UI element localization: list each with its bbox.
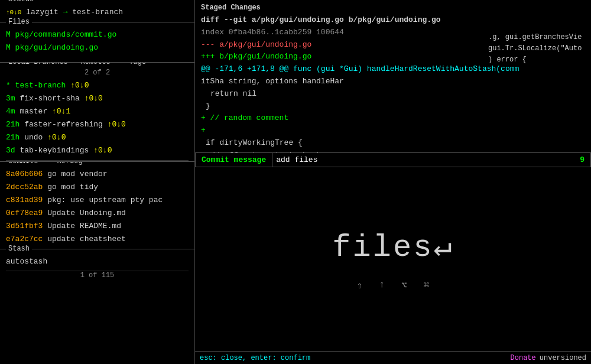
icon-shift: ⇧	[357, 280, 363, 291]
branch-age-6: 3d	[6, 146, 20, 155]
file-item-1[interactable]: M pkg/commands/commit.go	[6, 28, 189, 41]
commit-msg-5: Update README.md	[47, 222, 121, 230]
tags-label[interactable]: - Tags	[118, 63, 148, 66]
stash-title: Stash	[6, 245, 32, 253]
branch-item-3[interactable]: 4m master ↑0↓1	[6, 105, 189, 118]
status-line: ↑0↓0 lazygit → test-branch	[6, 6, 189, 19]
bottom-hint: esc: close, enter: confirm	[200, 354, 310, 362]
right-panel: Staged Changes diff --git a/pkg/gui/undo…	[195, 0, 591, 364]
commit-msg-6: update cheatsheet	[47, 235, 126, 243]
status-title: Status	[6, 0, 36, 4]
file-path-1: pkg/commands/commit.go	[15, 30, 117, 39]
icon-option: ⌥	[401, 280, 407, 291]
version-label: unversioned	[540, 354, 586, 362]
diff-line-9: + // random comment	[201, 112, 585, 125]
diff-line-6: itSha string, options handleHar	[201, 76, 585, 88]
file-path-2: pkg/gui/undoing.go	[15, 43, 98, 52]
main-layout: Status ↑0↓0 lazygit → test-branch Files …	[0, 0, 591, 364]
commit-hash-4: 0cf78ea9	[6, 209, 47, 217]
branch-item-6[interactable]: 3d tab-keybindings ↑0↓0	[6, 144, 189, 157]
status-repo: lazygit	[26, 8, 59, 17]
commit-item-4[interactable]: 0cf78ea9 Update Undoing.md	[6, 207, 189, 220]
donate-label[interactable]: Donate	[511, 354, 536, 362]
status-updown: ↑0↓0	[6, 9, 21, 16]
commit-hash-5: 3d51fbf3	[6, 222, 47, 230]
branch-age-4: 21h	[6, 120, 24, 129]
commit-item-1[interactable]: 8a06b606 go mod vendor	[6, 168, 189, 181]
commit-hash-6: e7a2c7cc	[6, 235, 47, 243]
commit-counter: 9	[574, 153, 590, 167]
branch-item-4[interactable]: 21h faster-refreshing ↑0↓0	[6, 118, 189, 131]
diff-line-10: +	[201, 125, 585, 137]
bottom-bar: esc: close, enter: confirm Donate unvers…	[195, 351, 591, 364]
commit-hash-3: c831ad39	[6, 196, 47, 204]
stash-section: Stash autostash 1 of 115	[0, 249, 194, 364]
branch-name-2: fix-short-sha	[20, 94, 84, 103]
branch-name-5: undo	[24, 133, 47, 142]
remotes-label[interactable]: - Remotes	[70, 63, 113, 66]
branches-section: Local Branches - Remotes - Tags 2 of 2 *…	[0, 63, 194, 162]
branch-name-6: tab-keybindings	[20, 146, 93, 155]
files-section: Files M pkg/commands/commit.go M pkg/gui…	[0, 22, 194, 63]
commit-msg-4: Update Undoing.md	[47, 209, 126, 217]
commit-msg-2: go mod tidy	[47, 183, 98, 191]
diff-line-1: diff --git a/pkg/gui/undoing.go b/pkg/gu…	[201, 14, 585, 27]
commit-hash-2: 2dcc52ab	[6, 183, 47, 191]
right-code-2: gui.Tr.SLocalize("Auto	[488, 43, 587, 54]
commit-item-3[interactable]: c831ad39 pkg: use upstream pty pac	[6, 194, 189, 207]
files-title: Files	[6, 18, 32, 26]
stash-pagination: 1 of 115	[6, 271, 189, 280]
commit-item-6[interactable]: e7a2c7cc update cheatsheet	[6, 233, 189, 246]
status-branch: test-branch	[72, 8, 123, 17]
diff-line-7: return nil	[201, 88, 585, 100]
branch-age-5: 21h	[6, 133, 24, 142]
branch-updown-5: ↑0↓0	[47, 133, 66, 142]
commit-label: Commit message	[196, 153, 272, 167]
branch-updown-active: ↑0↓0	[70, 81, 89, 90]
diff-line-8: }	[201, 100, 585, 113]
commit-msg-1: go mod vendor	[47, 170, 107, 178]
right-code-1: .g, gui.getBranchesVie	[488, 32, 587, 43]
commit-hash-1: 8a06b606	[6, 170, 47, 178]
branch-updown-4: ↑0↓0	[108, 120, 126, 129]
status-arrow: →	[63, 8, 68, 17]
bottom-right: Donate unversioned	[511, 354, 586, 362]
commit-large-text: files↵	[332, 228, 453, 265]
reflog-label[interactable]: - Reflog	[46, 162, 85, 165]
left-panel: Status ↑0↓0 lazygit → test-branch Files …	[0, 0, 195, 364]
branch-updown-2: ↑0↓0	[85, 94, 103, 103]
commits-section: Commits - Reflog 8a06b606 go mod vendor …	[0, 162, 194, 249]
commit-item-2[interactable]: 2dcc52ab go mod tidy	[6, 181, 189, 194]
commits-title: Commits	[6, 162, 40, 165]
commit-large-area: files↵ ⇧ ↑ ⌥ ⌘	[195, 167, 591, 351]
branch-star: *	[6, 81, 15, 90]
icon-cmd: ⌘	[424, 280, 430, 291]
commit-message-bar: Commit message 9	[195, 152, 591, 167]
branch-name-active: test-branch	[15, 81, 71, 90]
file-item-2[interactable]: M pkg/gui/undoing.go	[6, 41, 189, 54]
right-code-3: ) error {	[488, 54, 587, 66]
branch-updown-6: ↑0↓0	[93, 146, 112, 155]
commit-item-5[interactable]: 3d51fbf3 Update README.md	[6, 220, 189, 233]
branches-title: Local Branches	[6, 63, 70, 66]
branch-name-3: master	[20, 107, 52, 116]
branch-updown-3: ↑0↓1	[52, 107, 70, 116]
branch-age-2: 3m	[6, 94, 20, 103]
right-code-panel: .g, gui.getBranchesVie gui.Tr.SLocalize(…	[485, 30, 591, 69]
stash-item-1[interactable]: autostash	[6, 255, 189, 268]
branch-item-5[interactable]: 21h undo ↑0↓0	[6, 131, 189, 144]
branch-age-3: 4m	[6, 107, 20, 116]
file-status-1: M	[6, 30, 15, 39]
staged-title: Staged Changes	[201, 4, 585, 12]
file-status-2: M	[6, 43, 15, 52]
branch-item-2[interactable]: 3m fix-short-sha ↑0↓0	[6, 92, 189, 105]
diff-line-11: if dirtyWorkingTree {	[201, 137, 585, 150]
commit-message-input[interactable]	[272, 153, 574, 167]
branches-pagination: 2 of 2	[6, 69, 189, 77]
icon-up: ↑	[379, 280, 385, 291]
commit-icons-row: ⇧ ↑ ⌥ ⌘	[357, 280, 430, 291]
branch-name-4: faster-refreshing	[24, 120, 107, 129]
branch-item-active[interactable]: * test-branch ↑0↓0	[6, 79, 189, 92]
stash-name: autostash	[6, 257, 47, 266]
commit-msg-3: pkg: use upstream pty pac	[47, 196, 163, 204]
